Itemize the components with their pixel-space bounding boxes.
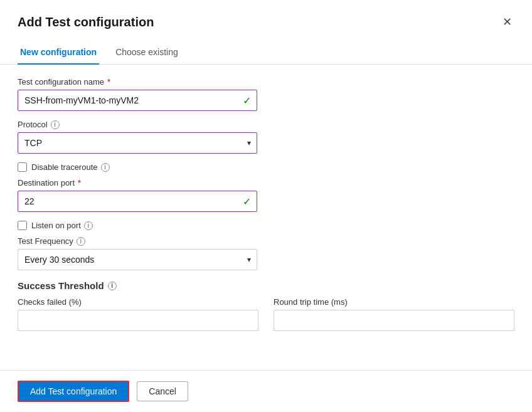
config-name-input[interactable] [18, 90, 257, 111]
dest-port-input[interactable] [18, 191, 257, 212]
config-name-input-wrapper: ✓ [18, 90, 257, 111]
dest-port-check-icon: ✓ [243, 196, 251, 208]
check-icon: ✓ [243, 95, 251, 107]
disable-traceroute-row: Disable traceroute i [18, 162, 514, 172]
dialog-title: Add Test configuration [18, 15, 154, 29]
protocol-field-group: Protocol i TCP HTTP HTTPS ICMP ▾ [18, 120, 257, 154]
protocol-select-wrapper: TCP HTTP HTTPS ICMP ▾ [18, 132, 257, 154]
tab-bar: New configuration Choose existing [0, 41, 532, 65]
listen-port-info-icon: i [84, 221, 93, 230]
disable-traceroute-label: Disable traceroute i [31, 162, 110, 172]
tab-choose-existing[interactable]: Choose existing [113, 42, 181, 65]
test-frequency-select[interactable]: Every 30 seconds Every 1 minute Every 5 … [18, 249, 257, 270]
checks-failed-label: Checks failed (%) [18, 297, 258, 307]
config-name-label: Test configuration name * [18, 77, 257, 87]
protocol-select[interactable]: TCP HTTP HTTPS ICMP [18, 132, 257, 154]
listen-on-port-label: Listen on port i [31, 221, 93, 230]
listen-on-port-checkbox[interactable] [18, 221, 27, 230]
add-test-configuration-dialog: Add Test configuration ✕ New configurati… [0, 0, 532, 412]
dest-port-label: Destination port * [18, 178, 257, 188]
round-trip-input[interactable] [274, 310, 514, 331]
dest-port-input-wrapper: ✓ [18, 191, 257, 212]
close-button[interactable]: ✕ [500, 14, 514, 30]
config-name-field-group: Test configuration name * ✓ [18, 77, 257, 111]
frequency-info-icon: i [77, 237, 85, 246]
dest-port-required-star: * [78, 178, 81, 188]
checks-failed-input[interactable] [18, 310, 258, 331]
dest-port-field-group: Destination port * ✓ [18, 178, 257, 212]
tab-new-configuration[interactable]: New configuration [18, 42, 99, 65]
success-threshold-title: Success Threshold i [18, 280, 514, 291]
dialog-footer: Add Test configuration Cancel [0, 371, 532, 412]
threshold-row: Checks failed (%) Round trip time (ms) [18, 297, 514, 331]
dialog-body: Test configuration name * ✓ Protocol i T… [0, 65, 532, 359]
round-trip-label: Round trip time (ms) [274, 297, 514, 307]
protocol-label: Protocol i [18, 120, 257, 129]
test-frequency-label: Test Frequency i [18, 236, 257, 246]
threshold-info-icon: i [108, 282, 117, 290]
checks-failed-field: Checks failed (%) [18, 297, 258, 331]
traceroute-info-icon: i [101, 163, 110, 172]
protocol-info-icon: i [51, 120, 60, 129]
required-star: * [107, 77, 110, 87]
disable-traceroute-checkbox[interactable] [18, 162, 27, 172]
test-frequency-field-group: Test Frequency i Every 30 seconds Every … [18, 236, 257, 270]
listen-on-port-row: Listen on port i [18, 221, 514, 230]
round-trip-field: Round trip time (ms) [274, 297, 514, 331]
test-frequency-select-wrapper: Every 30 seconds Every 1 minute Every 5 … [18, 249, 257, 270]
dialog-header: Add Test configuration ✕ [0, 0, 532, 30]
success-threshold-section: Success Threshold i Checks failed (%) Ro… [18, 280, 514, 331]
cancel-button[interactable]: Cancel [137, 381, 188, 401]
add-test-configuration-button[interactable]: Add Test configuration [18, 381, 129, 402]
